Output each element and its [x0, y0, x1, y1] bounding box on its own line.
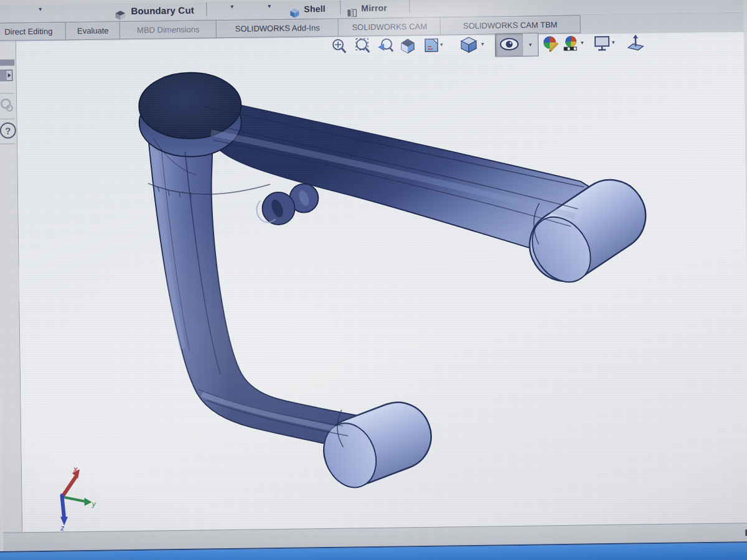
photo-sheen: [37, 205, 473, 467]
edit-appearance-icon[interactable]: [542, 35, 560, 52]
view-settings-icon[interactable]: [593, 34, 611, 52]
ribbon-separator: [206, 2, 207, 16]
chevron-down-icon[interactable]: ▾: [581, 40, 584, 46]
3d-drawing-view-icon[interactable]: [627, 34, 644, 51]
tab-label: Direct Editing: [4, 27, 53, 37]
chevron-down-icon: ▾: [529, 42, 532, 48]
boss-top-face: [139, 72, 242, 139]
status-partial-text: E: [745, 527, 747, 538]
tab-label: Evaluate: [77, 26, 109, 36]
apply-scene-icon[interactable]: [562, 35, 580, 52]
tab-evaluate[interactable]: Evaluate: [65, 21, 121, 40]
triad-x-label: x: [73, 464, 78, 474]
coordinate-triad: x y z: [59, 464, 96, 533]
boundary-cut-button[interactable]: Boundary Cut: [113, 0, 194, 21]
chevron-down-icon[interactable]: ▾: [612, 39, 615, 45]
triad-z-label: z: [60, 524, 64, 533]
shell-icon: [289, 7, 300, 19]
tab-direct-editing[interactable]: Direct Editing: [0, 22, 67, 41]
triad-y-label: y: [92, 500, 96, 508]
chevron-down-icon[interactable]: ▾: [39, 6, 42, 12]
screen-photo: ▾ Boundary Cut ▾ ▾ Shell: [0, 0, 747, 560]
chevron-down-icon[interactable]: ▾: [230, 3, 233, 10]
tab-label: MBD Dimensions: [137, 25, 200, 35]
chevron-down-icon[interactable]: ▾: [268, 2, 271, 9]
boundary-cut-icon: [113, 8, 127, 21]
boundary-cut-label: Boundary Cut: [131, 1, 194, 21]
